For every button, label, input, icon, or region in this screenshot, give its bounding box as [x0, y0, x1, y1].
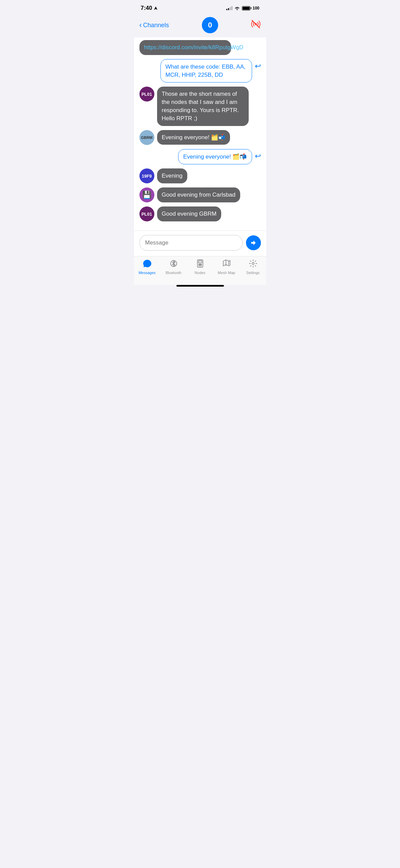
badge-count: 0: [208, 21, 212, 30]
svg-rect-4: [198, 261, 202, 263]
message-text: https://discord.com/invite/k8RputgWgD: [144, 44, 244, 51]
signal-icon: [226, 6, 232, 10]
tab-label-meshmap: Mesh Map: [218, 271, 235, 275]
svg-point-11: [252, 263, 254, 265]
incoming-bubble: Evening everyone! 🗂️📬: [157, 130, 230, 145]
tab-label-bluetooth: Bluetooth: [166, 271, 181, 275]
tab-bar: Messages Bluetooth Nodes: [134, 256, 266, 285]
tab-messages[interactable]: Messages: [134, 259, 160, 275]
outgoing-bubble: Evening everyone! 🗂️📬: [178, 149, 252, 165]
reply-icon[interactable]: ↩: [255, 152, 261, 161]
broadcast-off-icon[interactable]: [251, 19, 261, 31]
tab-label-messages: Messages: [138, 271, 155, 275]
tab-label-settings: Settings: [246, 271, 260, 275]
reply-icon[interactable]: ↩: [255, 62, 261, 71]
chat-area: https://discord.com/invite/k8RputgWgD Wh…: [134, 37, 266, 231]
status-bar: 7:40 100: [134, 0, 266, 14]
status-time: 7:40: [141, 5, 158, 12]
time-display: 7:40: [141, 5, 152, 12]
channel-badge: 0: [202, 17, 218, 33]
nodes-icon: [196, 259, 204, 269]
home-indicator: [176, 285, 224, 287]
avatar: GBRM: [139, 130, 154, 145]
messages-icon: [142, 259, 152, 269]
tab-nodes[interactable]: Nodes: [187, 259, 213, 275]
back-label: Channels: [143, 22, 169, 29]
message-text: Evening everyone! 🗂️📬: [183, 153, 247, 160]
send-button[interactable]: [246, 235, 261, 250]
link-bubble[interactable]: https://discord.com/invite/k8RputgWgD: [139, 40, 231, 55]
avatar: PL01: [139, 206, 154, 221]
message-text: Evening: [162, 173, 183, 179]
svg-point-7: [201, 264, 202, 265]
table-row: 💾 Good evening from Carlsbad: [139, 187, 261, 202]
tab-bluetooth[interactable]: Bluetooth: [160, 259, 187, 275]
avatar: PL01: [139, 87, 154, 102]
avatar: 💾: [139, 187, 154, 202]
message-text: Those are the short names of the nodes t…: [162, 91, 239, 121]
input-area: [134, 231, 266, 256]
message-input[interactable]: [139, 235, 243, 251]
broadcast-icon: [251, 19, 261, 29]
message-text: What are these code: EBB, AA, MCR, HHIP,…: [166, 64, 246, 78]
avatar: 19F9: [139, 168, 154, 183]
battery-level: 100: [252, 6, 259, 11]
incoming-bubble: Evening: [157, 168, 187, 183]
wifi-icon: [234, 6, 240, 10]
settings-icon: [249, 259, 258, 269]
tab-label-nodes: Nodes: [195, 271, 206, 275]
incoming-bubble: Good evening GBRM: [157, 206, 222, 221]
table-row: 19F9 Evening: [139, 168, 261, 183]
table-row: GBRM Evening everyone! 🗂️📬: [139, 130, 261, 145]
outgoing-bubble: What are these code: EBB, AA, MCR, HHIP,…: [160, 59, 252, 83]
battery-icon: 100: [242, 6, 259, 11]
back-chevron-icon: ‹: [139, 21, 142, 29]
table-row: PL01 Good evening GBRM: [139, 206, 261, 221]
incoming-bubble: Those are the short names of the nodes t…: [157, 87, 249, 126]
tab-meshmap[interactable]: Mesh Map: [213, 259, 240, 275]
nav-header: ‹ Channels 0: [134, 14, 266, 37]
location-icon: [154, 6, 158, 11]
table-row: Evening everyone! 🗂️📬 ↩: [139, 149, 261, 165]
meshmap-icon: [222, 259, 231, 269]
back-button[interactable]: ‹ Channels: [139, 21, 169, 29]
message-text: Good evening GBRM: [162, 211, 217, 217]
send-icon: [250, 239, 257, 246]
incoming-bubble: Good evening from Carlsbad: [157, 187, 240, 202]
tab-settings[interactable]: Settings: [240, 259, 266, 275]
bluetooth-icon: [170, 259, 178, 269]
table-row: https://discord.com/invite/k8RputgWgD: [139, 40, 261, 55]
message-text: Evening everyone! 🗂️📬: [162, 134, 226, 141]
table-row: What are these code: EBB, AA, MCR, HHIP,…: [139, 59, 261, 83]
status-icons: 100: [226, 6, 259, 11]
message-text: Good evening from Carlsbad: [162, 192, 235, 198]
table-row: PL01 Those are the short names of the no…: [139, 87, 261, 126]
